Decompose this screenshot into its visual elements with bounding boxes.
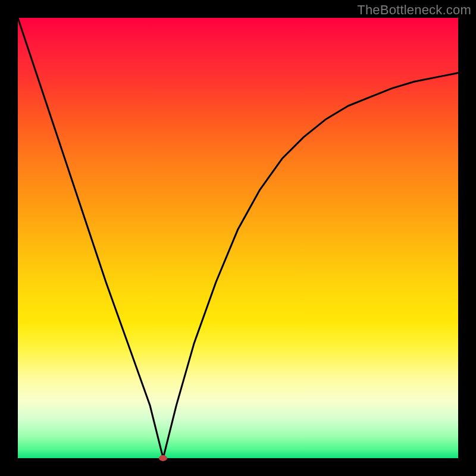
chart-container: TheBottleneck.com — [0, 0, 476, 476]
plot-area — [18, 18, 458, 458]
watermark-text: TheBottleneck.com — [357, 2, 471, 18]
bottleneck-curve — [18, 18, 458, 458]
optimum-marker — [159, 455, 167, 461]
